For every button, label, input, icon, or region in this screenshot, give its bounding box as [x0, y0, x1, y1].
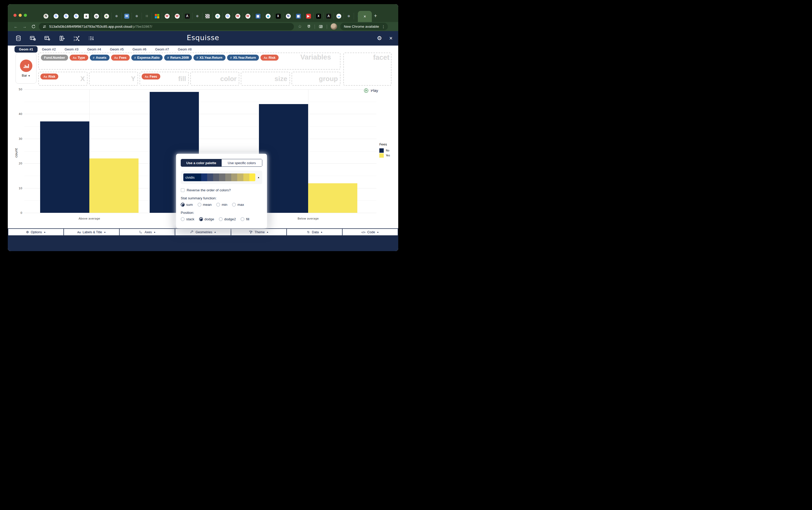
- address-bar[interactable]: 513a0d3b16f84f9f9871d793a7f53c85.app.pos…: [39, 23, 294, 30]
- radio-icon[interactable]: [199, 217, 203, 221]
- wikipedia-tab[interactable]: W: [243, 13, 253, 20]
- group-dropzone[interactable]: group: [292, 72, 341, 86]
- extensions-icon[interactable]: [304, 24, 313, 29]
- tab-search-icon[interactable]: [316, 24, 325, 29]
- position-radio-fill[interactable]: fill: [240, 217, 249, 221]
- variable-pill-fund.number[interactable]: Fund.Number: [41, 55, 68, 61]
- posit-tree-tab[interactable]: ♣: [102, 13, 112, 20]
- reload-icon[interactable]: [29, 24, 38, 29]
- wikipedia-tab[interactable]: W: [162, 13, 172, 20]
- geom-tab-1[interactable]: Geom #1: [14, 46, 37, 53]
- geom-tab-6[interactable]: Geom #6: [128, 46, 151, 53]
- variables-dropzone[interactable]: Fund.NumberAaType#AssetsAaFees#Expense.R…: [38, 53, 341, 70]
- google-tab[interactable]: G: [61, 13, 71, 20]
- browser-tab[interactable]: ◉: [91, 13, 102, 20]
- globe-tab[interactable]: ⊕: [193, 13, 202, 20]
- play-icon[interactable]: [364, 88, 369, 93]
- geometries-button[interactable]: Geometries▲: [175, 228, 231, 236]
- x-tab[interactable]: X: [314, 13, 324, 20]
- update-chrome-button[interactable]: New Chrome available ⋮: [340, 23, 388, 30]
- stat-radio-min[interactable]: min: [216, 203, 227, 207]
- back-icon[interactable]: ←: [11, 24, 20, 29]
- close-icon[interactable]: ×: [389, 35, 393, 42]
- close-tab-icon[interactable]: ×: [364, 14, 366, 19]
- theme-button[interactable]: Theme▲: [231, 228, 287, 236]
- stat-radio-max[interactable]: max: [232, 203, 244, 207]
- geom-tab-7[interactable]: Geom #7: [151, 46, 173, 53]
- wikipedia-tab[interactable]: W: [233, 13, 243, 20]
- site-settings-icon[interactable]: [42, 25, 47, 29]
- zoom-window-button[interactable]: [24, 14, 27, 17]
- variable-pill-return.2009[interactable]: #Return.2009: [164, 55, 192, 61]
- globe-tab[interactable]: ⊕: [112, 13, 122, 20]
- gear-icon[interactable]: ⚙: [377, 35, 382, 42]
- x-dropzone[interactable]: XAaRisk: [38, 72, 88, 86]
- position-radio-stack[interactable]: stack: [181, 217, 195, 221]
- size-dropzone[interactable]: size: [241, 72, 290, 86]
- facet-dropzone[interactable]: facet: [343, 53, 392, 86]
- mail-tab[interactable]: ✉: [122, 13, 132, 20]
- close-window-button[interactable]: [13, 14, 17, 17]
- drop-tab[interactable]: ◆: [263, 13, 273, 20]
- forward-icon[interactable]: →: [20, 24, 29, 29]
- checker-tab[interactable]: [202, 13, 212, 20]
- x-tab[interactable]: X: [273, 13, 283, 20]
- variable-pill-x5.year.return[interactable]: #X5.Year.Return: [227, 55, 259, 61]
- geom-tab-4[interactable]: Geom #4: [83, 46, 106, 53]
- geom-tab-3[interactable]: Geom #3: [60, 46, 83, 53]
- geom-selector-label[interactable]: Bar ▼: [22, 73, 30, 78]
- color-mode-specific-button[interactable]: Use specific colors: [222, 159, 262, 167]
- google-tab[interactable]: G: [223, 13, 233, 20]
- variable-pill-fees[interactable]: AaFees: [111, 55, 130, 61]
- ai-tab[interactable]: A: [182, 13, 193, 20]
- teal-o-tab[interactable]: o: [212, 13, 223, 20]
- reverse-colors-checkbox[interactable]: [181, 188, 184, 192]
- position-radio-dodge2[interactable]: dodge2: [219, 217, 236, 221]
- geom-tab-2[interactable]: Geom #2: [37, 46, 60, 53]
- variable-pill-assets[interactable]: #Assets: [90, 55, 110, 61]
- geom-tab-8[interactable]: Geom #8: [173, 46, 196, 53]
- position-radio-dodge[interactable]: dodge: [199, 217, 214, 221]
- y-dropzone[interactable]: Y: [89, 72, 138, 86]
- youtube-tab[interactable]: ▶: [303, 13, 314, 20]
- wikipedia-tab[interactable]: W: [172, 13, 182, 20]
- palette-select[interactable]: cividis ▲: [181, 171, 262, 184]
- variable-pill-expense.ratio[interactable]: #Expense.Ratio: [131, 55, 163, 61]
- amazon-tab[interactable]: a: [81, 13, 91, 20]
- stat-radio-sum[interactable]: sum: [181, 203, 193, 207]
- grid-tab[interactable]: ▦: [253, 13, 263, 20]
- radio-icon[interactable]: [181, 203, 184, 207]
- axes-button[interactable]: Axes▲: [119, 228, 175, 236]
- variable-pill-x3.year.return[interactable]: #X3.Year.Return: [194, 55, 226, 61]
- globe-tab[interactable]: ⊕: [344, 13, 354, 20]
- variable-pill-fees[interactable]: AaFees: [142, 73, 160, 80]
- ai-tab[interactable]: A: [324, 13, 334, 20]
- windows-tab[interactable]: [152, 13, 162, 20]
- google-tab[interactable]: G: [71, 13, 81, 20]
- options-button[interactable]: ⚙Options▲: [8, 228, 64, 236]
- labels-title-button[interactable]: AaLabels & Title▲: [63, 228, 120, 236]
- cloud-tab[interactable]: ☁: [334, 13, 344, 20]
- radio-icon[interactable]: [232, 203, 236, 207]
- dots-tab[interactable]: ∷: [142, 13, 152, 20]
- notion-tab[interactable]: N: [41, 13, 51, 20]
- geom-selector[interactable]: Bar ▼: [16, 53, 36, 84]
- active-tab[interactable]: ×: [358, 11, 372, 22]
- color-dropzone[interactable]: color: [190, 72, 239, 86]
- code-button[interactable]: </>Code▲: [342, 228, 398, 236]
- stat-radio-mean[interactable]: mean: [198, 203, 212, 207]
- globe-tab[interactable]: ⊕: [132, 13, 142, 20]
- radio-icon[interactable]: [240, 217, 244, 221]
- minimize-window-button[interactable]: [19, 14, 22, 17]
- color-mode-palette-button[interactable]: Use a color palette: [181, 159, 222, 167]
- fill-dropzone[interactable]: fillAaFees: [140, 72, 189, 86]
- profile-avatar[interactable]: [331, 23, 337, 30]
- data-button[interactable]: Data▲: [286, 228, 343, 236]
- radio-icon[interactable]: [216, 203, 220, 207]
- grid-tab[interactable]: ▦: [293, 13, 303, 20]
- variable-pill-type[interactable]: AaType: [70, 55, 88, 61]
- radio-icon[interactable]: [198, 203, 201, 207]
- variable-pill-risk[interactable]: AaRisk: [260, 55, 278, 61]
- chrome-menu-icon[interactable]: ⋮: [382, 25, 385, 29]
- radio-icon[interactable]: [219, 217, 223, 221]
